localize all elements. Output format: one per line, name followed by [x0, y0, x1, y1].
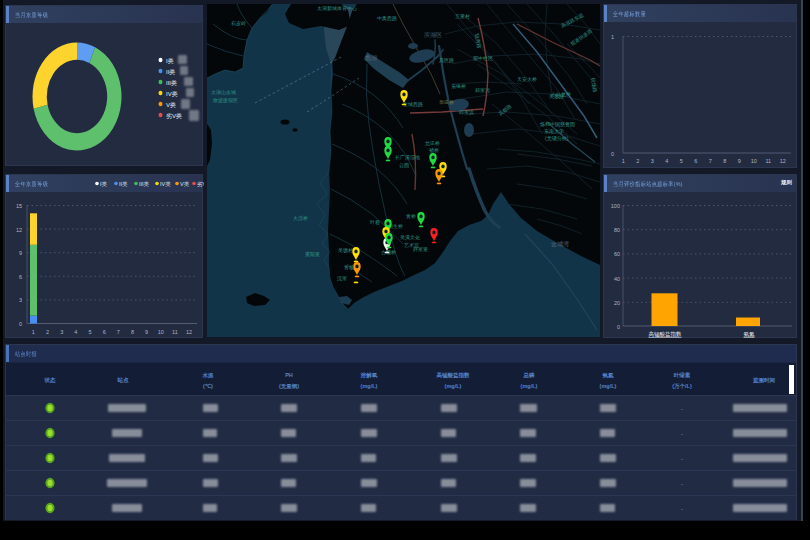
svg-text:小白龙桥: 小白龙桥 [551, 91, 571, 98]
svg-text:-: - [681, 506, 683, 512]
svg-text:郑家湾: 郑家湾 [475, 87, 490, 94]
svg-text:站点: 站点 [117, 377, 130, 384]
svg-text:五里村: 五里村 [455, 13, 470, 20]
svg-text:天安大桥: 天安大桥 [517, 76, 537, 82]
svg-text:V类: V类 [166, 102, 176, 108]
svg-text:(万个/L): (万个/L) [672, 383, 692, 390]
svg-text:溶解氧: 溶解氧 [360, 372, 378, 379]
svg-text:15: 15 [16, 203, 22, 209]
svg-text:60: 60 [614, 251, 620, 257]
svg-text:II类: II类 [166, 69, 175, 75]
svg-text:氨氮: 氨氮 [744, 331, 756, 337]
svg-text:蠡湖: 蠡湖 [365, 54, 377, 61]
svg-text:金城湾: 金城湾 [550, 240, 569, 248]
svg-text:2: 2 [636, 158, 639, 164]
svg-text:大浮桥: 大浮桥 [293, 215, 308, 222]
svg-text:0: 0 [19, 321, 22, 327]
svg-text:旅游度假区: 旅游度假区 [212, 97, 238, 104]
svg-text:3: 3 [60, 329, 63, 335]
svg-text:吴溪文化: 吴溪文化 [400, 234, 420, 241]
svg-text:11: 11 [765, 158, 771, 164]
svg-text:劣V类: 劣V类 [166, 113, 182, 120]
svg-text:I类: I类 [100, 181, 108, 187]
svg-text:12: 12 [16, 227, 22, 233]
svg-text:8: 8 [723, 158, 726, 164]
svg-text:-: - [681, 431, 683, 437]
svg-text:公园: 公园 [399, 162, 409, 169]
svg-text:40: 40 [614, 276, 620, 282]
svg-text:劣V类: 劣V类 [197, 181, 204, 188]
svg-text:PH: PH [285, 372, 293, 378]
svg-text:-: - [681, 456, 683, 462]
svg-text:1: 1 [32, 329, 35, 335]
svg-text:9: 9 [145, 329, 148, 335]
svg-text:6: 6 [694, 158, 697, 164]
svg-text:5: 5 [88, 329, 91, 335]
svg-text:11: 11 [172, 329, 178, 335]
svg-text:(无锡分校): (无锡分校) [545, 135, 569, 142]
svg-text:3: 3 [651, 158, 654, 164]
svg-text:太湖山水城: 太湖山水城 [211, 89, 236, 95]
svg-text:中奥西路: 中奥西路 [377, 15, 397, 22]
svg-text:重阳里: 重阳里 [305, 251, 320, 258]
svg-text:东南大学: 东南大学 [544, 128, 564, 134]
svg-text:3: 3 [19, 297, 22, 303]
svg-text:20: 20 [614, 300, 620, 306]
svg-text:8: 8 [131, 329, 134, 335]
svg-text:长广溪湿地: 长广溪湿地 [395, 154, 420, 161]
svg-text:2: 2 [46, 329, 49, 335]
svg-text:IV类: IV类 [160, 181, 171, 187]
svg-text:6: 6 [19, 274, 22, 280]
svg-text:0: 0 [611, 151, 614, 157]
svg-text:具区路: 具区路 [439, 57, 454, 63]
svg-text:艺术宫: 艺术宫 [404, 242, 419, 248]
svg-text:叶巷: 叶巷 [370, 219, 380, 225]
svg-text:总磷: 总磷 [523, 372, 536, 379]
svg-text:III类: III类 [139, 181, 150, 187]
svg-text:1: 1 [611, 34, 614, 40]
svg-text:12: 12 [780, 158, 786, 164]
svg-text:滨湖区: 滨湖区 [424, 31, 442, 38]
svg-text:吴塘村: 吴塘村 [338, 247, 353, 254]
svg-text:4: 4 [74, 329, 77, 335]
svg-text:沈家: 沈家 [337, 275, 347, 282]
svg-text:北庄桥: 北庄桥 [425, 140, 440, 147]
svg-text:(mg/L): (mg/L) [361, 383, 378, 389]
svg-text:叶绿素: 叶绿素 [674, 372, 691, 379]
svg-text:褚桥: 褚桥 [429, 147, 439, 154]
svg-text:III类: III类 [166, 80, 177, 86]
svg-text:100: 100 [611, 203, 620, 209]
svg-text:-: - [681, 481, 683, 487]
svg-text:4: 4 [665, 158, 668, 164]
svg-text:石皮岭: 石皮岭 [231, 20, 246, 27]
svg-text:氨氮: 氨氮 [602, 372, 615, 379]
svg-text:高锰酸盐指数: 高锰酸盐指数 [437, 372, 471, 379]
svg-text:东绛桥: 东绛桥 [451, 83, 466, 89]
svg-text:5: 5 [680, 158, 683, 164]
svg-text:II类: II类 [119, 181, 128, 187]
svg-text:10: 10 [158, 329, 164, 335]
svg-text:V类: V类 [180, 181, 190, 187]
svg-text:10: 10 [751, 158, 757, 164]
svg-text:状态: 状态 [44, 377, 57, 384]
svg-text:(mg/L): (mg/L) [600, 383, 617, 389]
svg-text:烁和中国慈善园: 烁和中国慈善园 [540, 121, 575, 128]
svg-text:I类: I类 [166, 58, 174, 64]
svg-text:监测时间: 监测时间 [753, 377, 776, 384]
svg-text:12: 12 [186, 329, 192, 335]
svg-text:(mg/L): (mg/L) [521, 383, 538, 389]
svg-text:9: 9 [19, 250, 22, 256]
svg-text:华庄桥: 华庄桥 [439, 99, 454, 105]
svg-text:1: 1 [622, 158, 625, 164]
svg-text:(mg/L): (mg/L) [445, 383, 462, 389]
svg-text:水温: 水温 [202, 372, 215, 379]
svg-text:高锰酸盐指数: 高锰酸盐指数 [649, 331, 683, 338]
svg-text:-: - [681, 406, 683, 412]
svg-text:80: 80 [614, 227, 620, 233]
svg-text:6: 6 [103, 329, 106, 335]
svg-text:(无量纲): (无量纲) [279, 383, 299, 390]
svg-text:9: 9 [738, 158, 741, 164]
svg-text:7: 7 [709, 158, 712, 164]
svg-text:郎家浜: 郎家浜 [459, 109, 474, 116]
svg-text:太湖新城体育中心: 太湖新城体育中心 [317, 5, 357, 11]
